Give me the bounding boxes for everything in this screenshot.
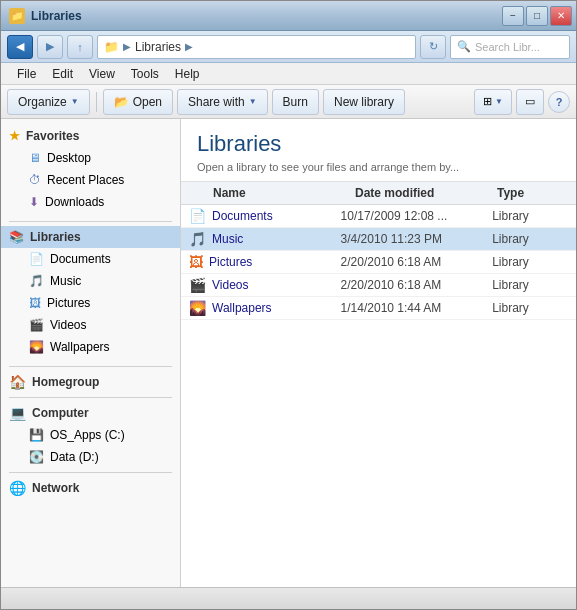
computer-label: Computer	[32, 406, 89, 420]
homegroup-icon: 🏠	[9, 374, 26, 390]
sidebar-computer[interactable]: 💻 Computer	[1, 402, 180, 424]
sidebar-item-wallpapers[interactable]: 🌄 Wallpapers	[1, 336, 180, 358]
view-dropdown-icon: ▼	[495, 97, 503, 106]
sidebar-libraries-header[interactable]: 📚 Libraries	[1, 226, 180, 248]
file-date-documents: 10/17/2009 12:08 ...	[341, 209, 493, 223]
content-header: Libraries Open a library to see your fil…	[181, 119, 576, 182]
computer-icon: 💻	[9, 405, 26, 421]
organize-button[interactable]: Organize ▼	[7, 89, 90, 115]
network-label: Network	[32, 481, 79, 495]
forward-button[interactable]: ▶	[37, 35, 63, 59]
sidebar-drive-c[interactable]: 💾 OS_Apps (C:)	[1, 424, 180, 446]
breadcrumb-label: Libraries	[135, 40, 181, 54]
content-pane: Libraries Open a library to see your fil…	[181, 119, 576, 587]
file-type-pictures: Library	[492, 255, 568, 269]
breadcrumb-folder-icon: 📁	[104, 40, 119, 54]
main-content: ★ Favorites 🖥 Desktop ⏱ Recent Places ⬇ …	[1, 119, 576, 587]
sidebar-item-downloads[interactable]: ⬇ Downloads	[1, 191, 180, 213]
pane-button[interactable]: ▭	[516, 89, 544, 115]
window-title: Libraries	[31, 9, 82, 23]
table-row[interactable]: 🌄 Wallpapers 1/14/2010 1:44 AM Library	[181, 297, 576, 320]
open-button[interactable]: 📂 Open	[103, 89, 173, 115]
address-bar: ◀ ▶ ↑ 📁 ▶ Libraries ▶ ↻ 🔍 Search Libr...	[1, 31, 576, 63]
table-row[interactable]: 🎵 Music 3/4/2010 11:23 PM Library	[181, 228, 576, 251]
desktop-icon: 🖥	[29, 151, 41, 165]
breadcrumb-bar[interactable]: 📁 ▶ Libraries ▶	[97, 35, 416, 59]
table-row[interactable]: 🎬 Videos 2/20/2010 6:18 AM Library	[181, 274, 576, 297]
title-bar: 📁 Libraries − □ ✕	[1, 1, 576, 31]
file-date-pictures: 2/20/2010 6:18 AM	[341, 255, 493, 269]
sidebar-libraries-section: 📚 Libraries 📄 Documents 🎵 Music 🖼 Pictur…	[1, 226, 180, 358]
music-label: Music	[50, 274, 81, 288]
videos-label: Videos	[50, 318, 86, 332]
file-icon-videos: 🎬	[189, 277, 206, 293]
burn-button[interactable]: Burn	[272, 89, 319, 115]
minimize-button[interactable]: −	[502, 6, 524, 26]
file-type-music: Library	[492, 232, 568, 246]
new-library-button[interactable]: New library	[323, 89, 405, 115]
search-icon: 🔍	[457, 40, 471, 53]
sidebar: ★ Favorites 🖥 Desktop ⏱ Recent Places ⬇ …	[1, 119, 181, 587]
desktop-label: Desktop	[47, 151, 91, 165]
menu-view[interactable]: View	[81, 65, 123, 83]
drive-d-label: Data (D:)	[50, 450, 99, 464]
file-date-wallpapers: 1/14/2010 1:44 AM	[341, 301, 493, 315]
view-icon: ⊞	[483, 95, 492, 108]
status-bar	[1, 587, 576, 609]
close-button[interactable]: ✕	[550, 6, 572, 26]
file-date-videos: 2/20/2010 6:18 AM	[341, 278, 493, 292]
open-label: Open	[133, 95, 162, 109]
toolbar: Organize ▼ 📂 Open Share with ▼ Burn New …	[1, 85, 576, 119]
recent-places-icon: ⏱	[29, 173, 41, 187]
content-subtitle: Open a library to see your files and arr…	[197, 161, 560, 173]
wallpapers-icon: 🌄	[29, 340, 44, 354]
libraries-label: Libraries	[30, 230, 81, 244]
help-button[interactable]: ?	[548, 91, 570, 113]
sidebar-divider-3	[9, 397, 172, 398]
file-icon-wallpapers: 🌄	[189, 300, 206, 316]
window-controls: − □ ✕	[502, 6, 572, 26]
documents-icon: 📄	[29, 252, 44, 266]
col-header-name: Name	[189, 186, 355, 200]
sidebar-divider-4	[9, 472, 172, 473]
table-row[interactable]: 🖼 Pictures 2/20/2010 6:18 AM Library	[181, 251, 576, 274]
refresh-button[interactable]: ↻	[420, 35, 446, 59]
view-button[interactable]: ⊞ ▼	[474, 89, 512, 115]
file-name-videos: 🎬 Videos	[189, 277, 341, 293]
file-list: Name Date modified Type 📄 Documents 10/1…	[181, 182, 576, 587]
favorites-icon: ★	[9, 129, 20, 143]
sidebar-item-documents[interactable]: 📄 Documents	[1, 248, 180, 270]
menu-file[interactable]: File	[9, 65, 44, 83]
sidebar-item-pictures[interactable]: 🖼 Pictures	[1, 292, 180, 314]
sidebar-network[interactable]: 🌐 Network	[1, 477, 180, 499]
maximize-button[interactable]: □	[526, 6, 548, 26]
network-icon: 🌐	[9, 480, 26, 496]
new-library-label: New library	[334, 95, 394, 109]
sidebar-item-music[interactable]: 🎵 Music	[1, 270, 180, 292]
file-icon-documents: 📄	[189, 208, 206, 224]
sidebar-homegroup[interactable]: 🏠 Homegroup	[1, 371, 180, 393]
homegroup-label: Homegroup	[32, 375, 99, 389]
sidebar-drive-d[interactable]: 💽 Data (D:)	[1, 446, 180, 468]
up-button[interactable]: ↑	[67, 35, 93, 59]
share-dropdown-icon: ▼	[249, 97, 257, 106]
share-with-button[interactable]: Share with ▼	[177, 89, 268, 115]
recent-places-label: Recent Places	[47, 173, 124, 187]
breadcrumb-end-arrow: ▶	[185, 41, 193, 52]
back-button[interactable]: ◀	[7, 35, 33, 59]
menu-tools[interactable]: Tools	[123, 65, 167, 83]
share-with-label: Share with	[188, 95, 245, 109]
sidebar-item-videos[interactable]: 🎬 Videos	[1, 314, 180, 336]
toolbar-separator-1	[96, 92, 97, 112]
sidebar-item-recent-places[interactable]: ⏱ Recent Places	[1, 169, 180, 191]
sidebar-item-desktop[interactable]: 🖥 Desktop	[1, 147, 180, 169]
menu-edit[interactable]: Edit	[44, 65, 81, 83]
search-box[interactable]: 🔍 Search Libr...	[450, 35, 570, 59]
drive-d-icon: 💽	[29, 450, 44, 464]
downloads-label: Downloads	[45, 195, 104, 209]
menu-help[interactable]: Help	[167, 65, 208, 83]
file-name-music: 🎵 Music	[189, 231, 341, 247]
sidebar-favorites-header[interactable]: ★ Favorites	[1, 125, 180, 147]
table-row[interactable]: 📄 Documents 10/17/2009 12:08 ... Library	[181, 205, 576, 228]
file-icon-pictures: 🖼	[189, 254, 203, 270]
